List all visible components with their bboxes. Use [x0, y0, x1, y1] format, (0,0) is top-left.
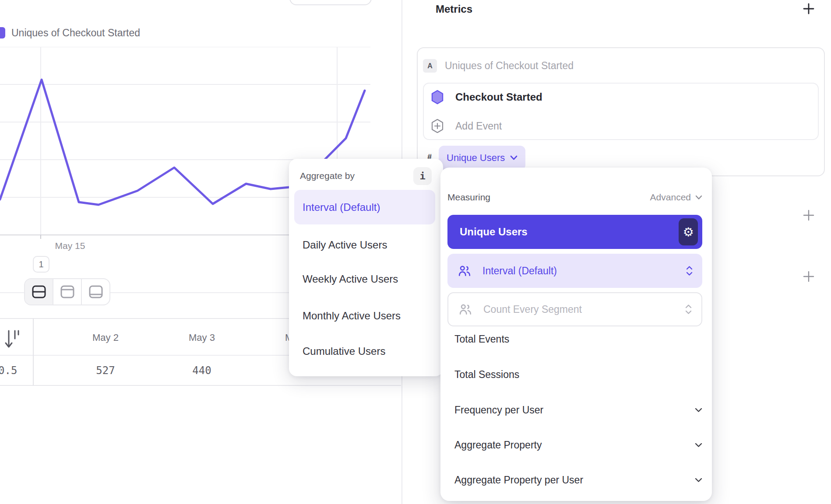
footer-bottom-icon [88, 284, 104, 300]
measure-chip-label: Unique Users [447, 152, 505, 164]
chevron-down-icon [695, 443, 702, 448]
split-horizontal-icon [31, 284, 47, 300]
add-section-button-2[interactable] [803, 270, 815, 283]
measuring-option-total-sessions[interactable]: Total Sessions [454, 367, 702, 382]
settings-button[interactable]: ⚙ [679, 218, 698, 245]
aggregate-by-title: Aggregate by [300, 171, 355, 181]
count-every-segment-label: Count Every Segment [483, 304, 674, 315]
chevron-down-icon [510, 155, 518, 161]
add-event-button[interactable]: Add Event [431, 119, 502, 133]
layout-footer-bottom-button[interactable] [82, 279, 109, 304]
chevron-down-icon [695, 408, 702, 413]
layout-toggle-group [24, 278, 110, 305]
measuring-header: Measuring Advanced [447, 191, 702, 204]
plus-icon [803, 270, 815, 283]
chevron-down-icon [695, 195, 702, 200]
updown-chevrons-icon [686, 266, 693, 276]
plus-icon [803, 3, 815, 15]
interval-label: Interval (Default) [482, 265, 675, 277]
add-event-hexagon-plus-icon [431, 119, 444, 133]
updown-chevrons-icon [685, 304, 692, 315]
legend-label: Uniques of Checkout Started [11, 27, 140, 39]
aggregate-option-interval-selected[interactable]: Interval (Default) [294, 190, 435, 224]
unique-users-label: Unique Users [460, 226, 679, 238]
table-header-may2[interactable]: May 2 [70, 329, 141, 346]
aggregate-property-label: Aggregate Property [454, 439, 542, 451]
legend-swatch-icon [0, 27, 5, 38]
table-row-label: 0.5 [0, 364, 17, 377]
table-border-bottom [0, 385, 401, 386]
info-icon: i [419, 171, 425, 182]
sort-icon[interactable] [4, 328, 20, 351]
event-name: Checkout Started [455, 91, 542, 103]
layout-header-top-button[interactable] [53, 279, 82, 304]
toolbar-button-partial[interactable] [289, 0, 372, 5]
total-events-label: Total Events [454, 333, 509, 345]
plus-icon [803, 209, 815, 221]
aggregate-option-monthly[interactable]: Monthly Active Users [303, 308, 401, 323]
metric-letter-badge: A [423, 59, 437, 73]
add-section-button-1[interactable] [803, 209, 815, 221]
advanced-dropdown[interactable]: Advanced [650, 192, 702, 203]
add-metric-button[interactable] [803, 3, 815, 15]
measure-chip[interactable]: Unique Users [439, 146, 525, 170]
count-every-segment-row[interactable]: Count Every Segment [447, 292, 702, 326]
chart-legend[interactable]: Uniques of Checkout Started [0, 26, 140, 39]
measuring-option-frequency-per-user[interactable]: Frequency per User [454, 402, 702, 417]
table-cell-may2: 527 [70, 364, 141, 377]
aggregate-selected-label: Interval (Default) [303, 201, 380, 214]
aggregate-property-per-user-label: Aggregate Property per User [454, 474, 583, 486]
gear-icon: ⚙ [683, 225, 694, 239]
users-icon [458, 265, 471, 276]
users-icon [459, 304, 472, 315]
add-event-label: Add Event [455, 120, 502, 132]
measuring-option-total-events[interactable]: Total Events [454, 332, 702, 346]
measuring-option-aggregate-property-per-user[interactable]: Aggregate Property per User [454, 472, 702, 487]
analytics-app: Uniques of Checkout Started May 15 May 2… [0, 0, 831, 504]
advanced-label: Advanced [650, 192, 691, 203]
measuring-option-aggregate-property[interactable]: Aggregate Property [454, 438, 702, 452]
interval-selector-row[interactable]: Interval (Default) [447, 254, 702, 288]
info-button[interactable]: i [413, 167, 432, 185]
chevron-down-icon [695, 478, 702, 483]
aggregate-option-cumulative[interactable]: Cumulative Users [303, 344, 385, 359]
frequency-per-user-label: Frequency per User [454, 404, 543, 416]
event-hexagon-icon [431, 90, 444, 105]
aggregate-option-weekly[interactable]: Weekly Active Users [303, 272, 398, 287]
measuring-option-unique-users-selected[interactable]: Unique Users ⚙ [447, 215, 702, 249]
metrics-panel-title: Metrics [436, 3, 472, 15]
table-cell-may3: 440 [167, 364, 237, 377]
measuring-title: Measuring [447, 192, 490, 203]
table-column-divider [33, 318, 34, 385]
x-axis-tick-may15: May 15 [35, 241, 105, 251]
event-row-checkout-started[interactable]: Checkout Started [431, 90, 542, 105]
layout-split-horizontal-button[interactable] [25, 279, 53, 304]
table-header-may3[interactable]: May 3 [167, 329, 237, 346]
aggregate-option-daily[interactable]: Daily Active Users [303, 238, 387, 252]
page-number-badge[interactable]: 1 [33, 256, 49, 273]
header-top-icon [60, 284, 75, 300]
metric-name-input[interactable]: Uniques of Checkout Started [445, 60, 574, 72]
total-sessions-label: Total Sessions [454, 369, 519, 381]
